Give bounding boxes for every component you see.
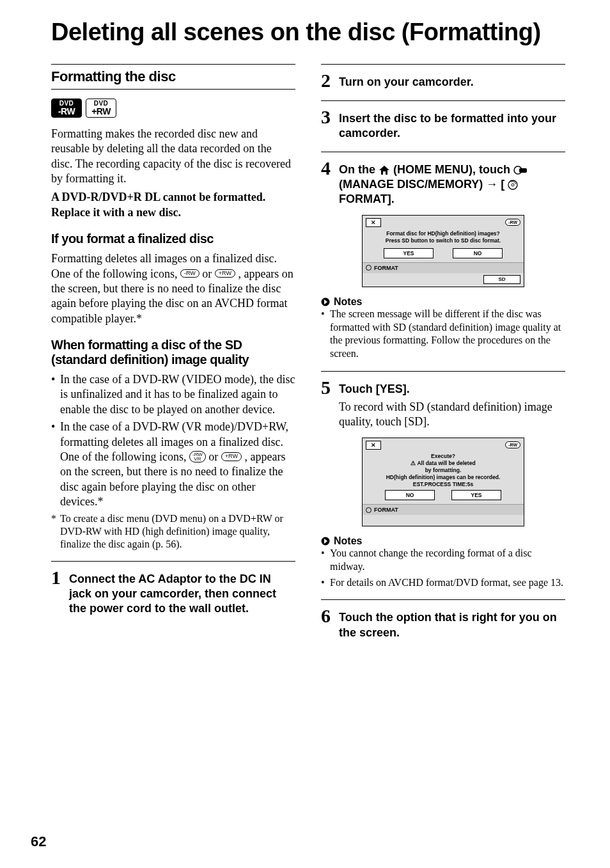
screenshot-execute-prompt: ✕ -RW Execute? ⚠ All data will be delete… xyxy=(362,438,524,526)
minus-rw-icon: -RW xyxy=(180,269,199,278)
list-item: • In the case of a DVD-RW (VR mode)/DVD+… xyxy=(51,420,295,509)
disc-type-badges: DVD -RW DVD +RW xyxy=(51,99,295,118)
badge-dvd-plus-rw: DVD +RW xyxy=(86,99,116,118)
disc-icon xyxy=(366,507,371,513)
notes-icon xyxy=(321,297,330,306)
screenshot-format-prompt: ✕ -RW Format disc for HD(high definition… xyxy=(362,215,524,287)
subhead-finalized: If you format a finalized disc xyxy=(51,232,295,246)
sd-button: SD xyxy=(483,275,520,284)
notes-heading: Notes xyxy=(321,535,565,547)
yes-button: YES xyxy=(451,490,501,500)
list-item: • You cannot change the recording format… xyxy=(321,547,565,574)
svg-point-3 xyxy=(512,184,514,186)
no-button: NO xyxy=(385,490,435,500)
subhead-sd-quality: When formatting a disc of the SD (standa… xyxy=(51,338,295,367)
close-icon: ✕ xyxy=(366,441,381,450)
rw-indicator: -RW xyxy=(505,219,520,226)
step-5-sub: To record with SD (standard definition) … xyxy=(339,400,565,430)
list-item: • For details on AVCHD format/DVD format… xyxy=(321,576,565,590)
step-5: 5 Touch [YES]. xyxy=(321,378,565,397)
intro-warning: A DVD-R/DVD+R DL cannot be formatted. Re… xyxy=(51,190,295,220)
list-item: • The screen message will be different i… xyxy=(321,308,565,361)
step-4: 4 On the (HOME MENU), touch (MANAGE DISC… xyxy=(321,159,565,207)
list-item: • In the case of a DVD-RW (VIDEO mode), … xyxy=(51,372,295,417)
section-heading: Formatting the disc xyxy=(51,64,295,90)
svg-rect-1 xyxy=(519,168,527,173)
rw-indicator: -RW xyxy=(505,441,520,448)
manage-disc-icon xyxy=(513,166,528,175)
step-1: 1 Connect the AC Adaptor to the DC IN ja… xyxy=(51,568,295,617)
plus-rw-icon: +RW xyxy=(221,452,242,461)
no-button: NO xyxy=(453,248,503,258)
page-number: 62 xyxy=(31,833,46,850)
minus-rw-vr-icon: -RWVR xyxy=(189,451,206,462)
home-icon xyxy=(379,165,390,175)
notes-icon xyxy=(321,537,330,546)
step-3: 3 Insert the disc to be formatted into y… xyxy=(321,107,565,141)
disc-icon xyxy=(366,265,371,271)
badge-dvd-minus-rw: DVD -RW xyxy=(51,99,82,118)
step-6: 6 Touch the option that is right for you… xyxy=(321,606,565,640)
footnote: * To create a disc menu (DVD menu) on a … xyxy=(51,512,295,551)
page-title: Deleting all scenes on the disc (Formatt… xyxy=(51,19,565,46)
plus-rw-icon: +RW xyxy=(215,269,235,278)
close-icon: ✕ xyxy=(366,218,381,227)
disc-format-icon xyxy=(508,180,518,190)
step-2: 2 Turn on your camcorder. xyxy=(321,71,565,90)
notes-heading: Notes xyxy=(321,296,565,308)
intro-paragraph: Formatting makes the recorded disc new a… xyxy=(51,127,295,187)
yes-button: YES xyxy=(384,248,434,258)
finalized-paragraph: Formatting deletes all images on a final… xyxy=(51,251,295,326)
